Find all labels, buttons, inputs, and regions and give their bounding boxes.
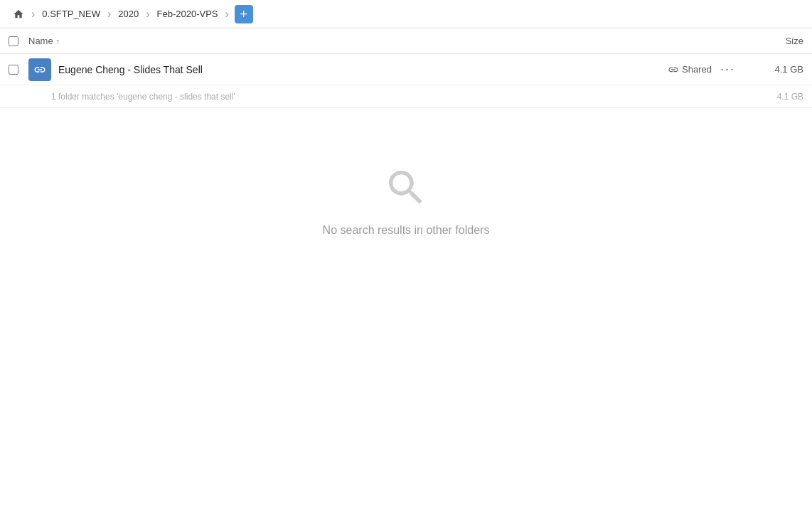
file-checkbox-wrapper[interactable] (9, 65, 28, 75)
breadcrumb-bar: › 0.SFTP_NEW › 2020 › Feb-2020-VPS › + (0, 0, 812, 28)
file-checkbox[interactable] (9, 65, 18, 75)
select-all-checkbox-wrapper[interactable] (9, 36, 28, 46)
file-actions: Shared ··· (668, 60, 738, 78)
breadcrumb-item-sftp[interactable]: 0.SFTP_NEW (38, 7, 105, 21)
folder-icon-bg (28, 58, 51, 81)
separator-4: › (225, 8, 229, 21)
separator-2: › (107, 8, 111, 21)
shared-label: Shared (682, 64, 712, 75)
home-icon (13, 9, 24, 20)
separator-3: › (146, 8, 149, 21)
breadcrumb-item-2020[interactable]: 2020 (114, 7, 143, 21)
folder-icon-wrapper (28, 58, 51, 81)
name-column-header[interactable]: Name ↑ (28, 36, 747, 46)
add-button[interactable]: + (235, 5, 253, 23)
sort-arrow-icon: ↑ (56, 37, 60, 46)
name-column-label: Name (28, 36, 53, 46)
breadcrumb-item-feb[interactable]: Feb-2020-VPS (153, 7, 223, 21)
empty-state: No search results in other folders (0, 108, 812, 265)
match-size: 4.1 GB (747, 92, 803, 102)
column-header: Name ↑ Size (0, 28, 812, 54)
match-row: 1 folder matches 'eugene cheng - slides … (0, 85, 812, 108)
empty-search-icon (383, 165, 429, 213)
select-all-checkbox[interactable] (9, 36, 18, 46)
match-text: 1 folder matches 'eugene cheng - slides … (51, 92, 747, 102)
file-row[interactable]: Eugene Cheng - Slides That Sell Shared ·… (0, 54, 812, 85)
home-button[interactable] (9, 4, 28, 24)
more-options-button[interactable]: ··· (717, 60, 738, 78)
file-size: 4.1 GB (747, 64, 803, 75)
shared-link-wrapper[interactable]: Shared (668, 64, 712, 75)
chain-link-icon (668, 64, 679, 75)
file-name: Eugene Cheng - Slides That Sell (58, 64, 668, 75)
size-column-label: Size (786, 36, 803, 46)
separator-1: › (31, 8, 35, 21)
link-icon (33, 63, 46, 76)
empty-state-text: No search results in other folders (323, 224, 490, 237)
search-empty-icon (383, 165, 429, 210)
size-column-header[interactable]: Size (747, 36, 803, 46)
